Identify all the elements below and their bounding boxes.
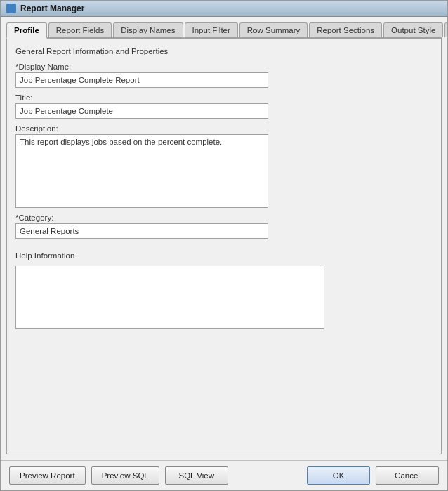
tab-row-summary[interactable]: Row Summary (239, 22, 308, 37)
window-title: Report Manager (20, 4, 84, 13)
category-input[interactable] (15, 223, 268, 239)
ok-button[interactable]: OK (307, 466, 370, 485)
display-name-group: *Display Name: (15, 63, 433, 88)
title-label: Title: (15, 93, 433, 102)
cancel-button[interactable]: Cancel (376, 466, 439, 485)
footer: Preview Report Preview SQL SQL View OK C… (1, 460, 447, 490)
help-section: Help Information (15, 251, 433, 329)
display-name-label: *Display Name: (15, 63, 433, 71)
tab-report-fields[interactable]: Report Fields (48, 22, 112, 37)
category-label: *Category: (15, 214, 433, 222)
tab-profile[interactable]: Profile (6, 22, 47, 39)
title-bar: Report Manager (1, 1, 447, 17)
tab-output-style[interactable]: Output Style (383, 22, 443, 37)
description-group: Description: This report displays jobs b… (15, 124, 433, 208)
preview-sql-button[interactable]: Preview SQL (91, 466, 159, 485)
section-title: General Report Information and Propertie… (15, 47, 433, 55)
title-group: Title: (15, 93, 433, 119)
profile-panel: General Report Information and Propertie… (6, 39, 442, 454)
preview-report-button[interactable]: Preview Report (9, 466, 86, 485)
title-bar-icon (6, 4, 16, 13)
report-manager-window: Report Manager Profile Report Fields Dis… (0, 0, 448, 491)
description-label: Description: (15, 124, 433, 133)
help-label: Help Information (15, 251, 433, 260)
tab-bar: Profile Report Fields Display Names Inpu… (6, 22, 442, 39)
description-textarea[interactable]: This report displays jobs based on the p… (15, 134, 268, 208)
tab-permissions[interactable]: Permissions (444, 22, 447, 37)
category-group: *Category: (15, 214, 433, 239)
tab-input-filter[interactable]: Input Filter (185, 22, 238, 37)
content-area: Profile Report Fields Display Names Inpu… (1, 17, 447, 460)
tab-display-names[interactable]: Display Names (113, 22, 183, 37)
tab-report-sections[interactable]: Report Sections (309, 22, 382, 37)
sql-view-button[interactable]: SQL View (165, 466, 228, 485)
help-info-box (15, 266, 324, 329)
display-name-input[interactable] (15, 72, 268, 88)
title-input[interactable] (15, 103, 268, 119)
